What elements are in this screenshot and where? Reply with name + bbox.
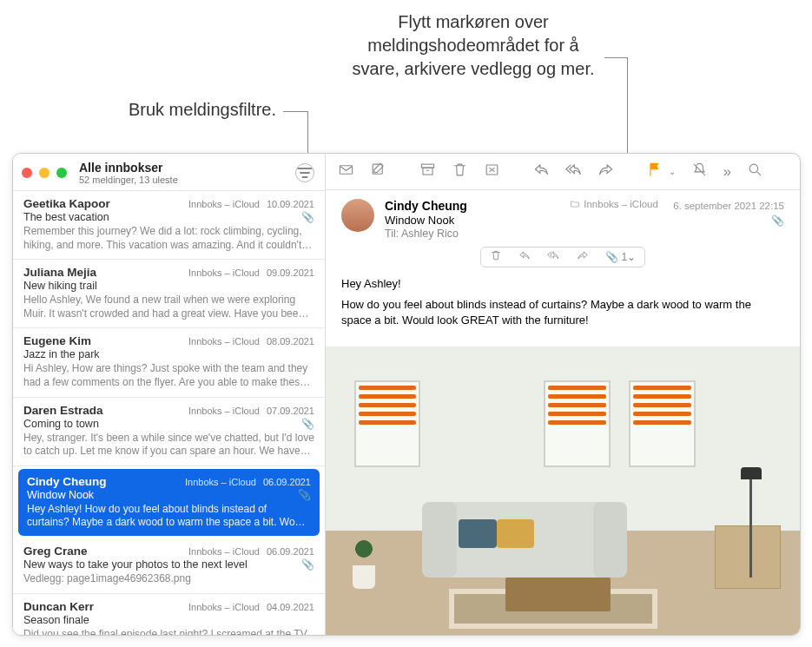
list-sender: Geetika Kapoor [23,197,110,210]
svg-rect-2 [421,164,433,168]
message-list-sidebar: Alle innbokser 52 meldinger, 13 uleste G… [13,154,326,635]
callout-line [604,57,627,58]
list-subject: Season finale [23,614,89,626]
list-preview: Remember this journey? We did a lot: roc… [23,225,314,252]
list-preview: Vedlegg: page1image46962368.png [23,572,314,586]
list-preview: Hey, stranger. It's been a while since w… [23,432,314,459]
list-date: 08.09.2021 [267,336,314,347]
list-date: 10.09.2021 [267,199,314,209]
list-subject: Jazz in the park [23,348,100,360]
list-mailbox: Innboks – iCloud [188,602,260,612]
filter-button[interactable] [295,163,314,182]
list-sender: Eugene Kim [23,334,91,347]
compose-icon[interactable] [370,162,386,182]
reply-icon[interactable] [533,162,550,182]
svg-rect-0 [340,166,352,175]
toolbar: ⌄ » [326,154,800,190]
body-greeting: Hey Ashley! [341,276,784,292]
hover-trash-icon[interactable] [490,249,502,265]
list-sender: Cindy Cheung [27,475,107,488]
message-list-item[interactable]: Daren Estrada Innboks – iCloud 07.09.202… [13,398,325,466]
header-datetime: 6. september 2021 22:15 [673,201,784,211]
list-preview: Did you see the final episode last night… [23,628,314,635]
paperclip-icon: 📎 [301,211,314,223]
mailbox-subtitle: 52 meldinger, 13 uleste [79,175,295,185]
list-subject: The best vacation [23,211,109,223]
message-body: Hey Ashley! How do you feel about blinds… [326,267,800,347]
list-subject: Coming to town [23,418,99,430]
trash-icon[interactable] [452,162,468,182]
search-icon[interactable] [747,162,763,182]
folder-icon [570,199,580,209]
hover-attachment-icon[interactable]: 📎 1⌄ [605,251,636,263]
sidebar-header: Alle innbokser 52 meldinger, 13 uleste [13,154,325,191]
hover-reply-all-icon[interactable] [547,249,559,265]
mute-icon[interactable] [691,162,708,182]
list-mailbox: Innboks – iCloud [188,406,260,416]
list-date: 06.09.2021 [263,477,311,487]
close-window-button[interactable] [22,168,32,178]
callout-filter: Bruk meldingsfiltre. [50,98,276,122]
list-sender: Daren Estrada [23,404,103,417]
attachment-image[interactable] [326,347,800,635]
message-list-item[interactable]: Greg Crane Innboks – iCloud 06.09.2021 N… [13,538,325,594]
list-sender: Duncan Kerr [23,600,94,613]
message-list-item[interactable]: Duncan Kerr Innboks – iCloud 04.09.2021 … [13,594,325,635]
body-text: How do you feel about blinds instead of … [341,297,784,328]
attachment-icon[interactable]: 📎 [771,215,784,227]
message-list[interactable]: Geetika Kapoor Innboks – iCloud 10.09.20… [13,191,325,635]
paperclip-icon: 📎 [301,418,314,430]
message-list-item[interactable]: Cindy Cheung Innboks – iCloud 06.09.2021… [18,469,320,536]
list-subject: New ways to take your photos to the next… [23,558,248,571]
header-meta: Innboks – iCloud 6. september 2021 22:15… [570,199,784,227]
list-mailbox: Innboks – iCloud [188,267,260,278]
header-to-name[interactable]: Ashley Rico [401,228,459,240]
mail-window: Alle innbokser 52 meldinger, 13 uleste G… [12,153,801,636]
list-subject: Window Nook [27,489,94,501]
reply-all-icon[interactable] [565,162,582,182]
list-subject: New hiking trail [23,280,97,292]
message-list-item[interactable]: Geetika Kapoor Innboks – iCloud 10.09.20… [13,191,325,260]
avatar [341,199,374,232]
minimize-window-button[interactable] [39,168,50,178]
list-mailbox: Innboks – iCloud [188,199,260,209]
hover-forward-icon[interactable] [577,249,589,265]
flag-icon[interactable] [647,162,663,182]
zoom-window-button[interactable] [56,168,67,178]
list-date: 07.09.2021 [267,406,314,416]
message-header: Cindy Cheung Window Nook Til: Ashley Ric… [326,190,800,245]
header-to-label: Til: [385,228,399,240]
callout-line [283,111,307,112]
hover-reply-icon[interactable] [518,249,531,265]
filter-icon [296,164,314,182]
archive-icon[interactable] [419,162,436,182]
message-reader: ⌄ » Cindy Cheung Window Nook Til: Ashley… [326,154,800,635]
paperclip-icon: 📎 [298,489,311,501]
junk-icon[interactable] [484,162,500,182]
list-date: 04.09.2021 [267,602,314,612]
list-preview: Hi Ashley, How are things? Just spoke wi… [23,362,314,389]
list-mailbox: Innboks – iCloud [185,477,256,487]
callout-hover: Flytt markøren over meldingshodeområdet … [347,10,599,81]
envelope-icon[interactable] [338,162,354,182]
svg-rect-3 [423,168,432,175]
list-date: 06.09.2021 [267,546,314,557]
list-date: 09.09.2021 [267,267,314,278]
flag-menu-chevron-icon[interactable]: ⌄ [669,167,676,176]
more-icon[interactable]: » [723,164,731,180]
paperclip-icon: 📎 [301,558,314,571]
hover-action-toolbar: 📎 1⌄ [480,247,645,267]
forward-icon[interactable] [597,162,614,182]
message-list-item[interactable]: Eugene Kim Innboks – iCloud 08.09.2021 J… [13,328,325,397]
message-list-item[interactable]: Juliana Mejia Innboks – iCloud 09.09.202… [13,260,325,328]
list-preview: Hey Ashley! How do you feel about blinds… [27,503,311,530]
list-mailbox: Innboks – iCloud [188,336,260,347]
svg-point-5 [749,164,758,173]
mailbox-title: Alle innbokser [79,161,295,175]
header-to: Til: Ashley Rico [385,228,784,240]
list-preview: Hello Ashley, We found a new trail when … [23,294,314,320]
window-controls [22,168,67,178]
list-sender: Juliana Mejia [23,266,96,279]
list-sender: Greg Crane [23,545,88,558]
header-folder[interactable]: Innboks – iCloud [570,199,658,209]
